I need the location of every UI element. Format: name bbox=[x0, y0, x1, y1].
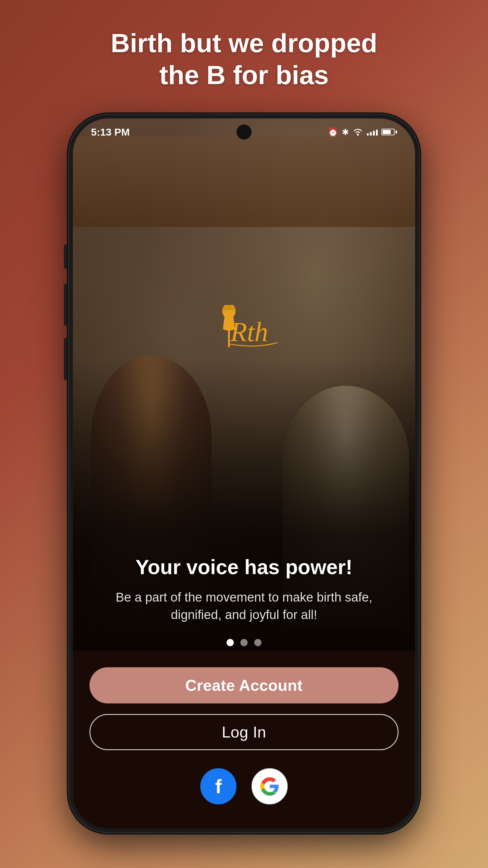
screen-content: Your voice has power! Be a part of the m… bbox=[73, 555, 415, 829]
phone-screen: 5:13 PM ⏰ ✱ bbox=[73, 119, 415, 829]
log-in-button[interactable]: Log In bbox=[90, 714, 398, 750]
svg-point-0 bbox=[357, 134, 359, 135]
power-button bbox=[64, 338, 69, 380]
signal-bars bbox=[367, 128, 378, 135]
volume-down-button bbox=[64, 284, 69, 326]
google-icon bbox=[260, 777, 280, 796]
page-title: Birth but we dropped the B for bias bbox=[63, 0, 425, 115]
battery-indicator bbox=[381, 129, 397, 135]
logo-svg: Rth bbox=[202, 305, 286, 353]
wifi-icon bbox=[352, 128, 363, 136]
status-time: 5:13 PM bbox=[91, 126, 130, 138]
app-logo: Rth bbox=[202, 305, 286, 353]
alarm-icon: ⏰ bbox=[328, 127, 338, 137]
hero-tagline: Your voice has power! bbox=[135, 555, 352, 580]
svg-text:Rth: Rth bbox=[230, 317, 268, 347]
svg-point-4 bbox=[230, 307, 235, 311]
camera-notch bbox=[236, 124, 252, 140]
google-login-button[interactable] bbox=[252, 768, 288, 804]
status-icons: ⏰ ✱ bbox=[328, 127, 397, 137]
dot-3 bbox=[254, 639, 261, 646]
phone-mockup: 5:13 PM ⏰ ✱ bbox=[69, 115, 419, 832]
volume-up-button bbox=[64, 244, 69, 269]
dot-2 bbox=[240, 639, 248, 646]
create-account-button[interactable]: Create Account bbox=[90, 667, 398, 704]
hero-subtitle: Be a part of the movement to make birth … bbox=[90, 589, 398, 624]
facebook-login-button[interactable]: f bbox=[200, 768, 236, 804]
social-buttons-row: f bbox=[200, 768, 288, 804]
facebook-icon: f bbox=[215, 775, 222, 798]
bookshelf-bg bbox=[73, 136, 415, 227]
carousel-dots bbox=[227, 639, 261, 646]
phone-frame: 5:13 PM ⏰ ✱ bbox=[69, 115, 419, 832]
bluetooth-icon: ✱ bbox=[342, 127, 349, 137]
dot-1 bbox=[227, 639, 234, 646]
